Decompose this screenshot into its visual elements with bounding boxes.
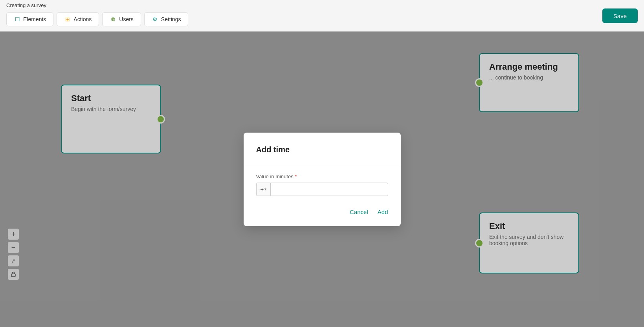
actions-icon: ⊞	[64, 16, 71, 23]
field-required-marker: *	[295, 174, 297, 179]
header: Creating a survey ☐ Elements ⊞ Actions ❁…	[0, 0, 644, 31]
tab-elements[interactable]: ☐ Elements	[6, 12, 53, 26]
modal-overlay: Add time Value in minutes * + ▾ Cancel A…	[0, 31, 644, 327]
minutes-input[interactable]	[270, 183, 388, 196]
page-title: Creating a survey	[6, 2, 46, 8]
save-button[interactable]: Save	[602, 9, 638, 23]
tab-actions[interactable]: ⊞ Actions	[57, 12, 99, 26]
nav-tabs: ☐ Elements ⊞ Actions ❁ Users ⚙ Settings	[6, 12, 188, 26]
canvas: Start Begin with the form/survey Arrange…	[0, 31, 644, 327]
cancel-button[interactable]: Cancel	[350, 209, 368, 215]
modal-title: Add time	[256, 145, 388, 154]
tab-settings[interactable]: ⚙ Settings	[144, 12, 189, 26]
settings-icon: ⚙	[152, 16, 159, 23]
chevron-down-icon: ▾	[264, 187, 266, 191]
tab-settings-label: Settings	[161, 16, 181, 22]
tab-elements-label: Elements	[23, 16, 46, 22]
field-label: Value in minutes *	[256, 174, 388, 179]
add-button[interactable]: Add	[378, 209, 388, 215]
input-row: + ▾	[256, 183, 388, 196]
prefix-plus: +	[261, 186, 264, 192]
tab-actions-label: Actions	[73, 16, 92, 22]
elements-icon: ☐	[14, 16, 21, 23]
add-time-modal: Add time Value in minutes * + ▾ Cancel A…	[244, 133, 401, 226]
modal-actions: Cancel Add	[256, 209, 388, 215]
modal-divider	[244, 164, 401, 164]
users-icon: ❁	[110, 16, 117, 23]
input-prefix-button[interactable]: + ▾	[256, 183, 271, 196]
tab-users[interactable]: ❁ Users	[102, 12, 141, 26]
tab-users-label: Users	[119, 16, 134, 22]
